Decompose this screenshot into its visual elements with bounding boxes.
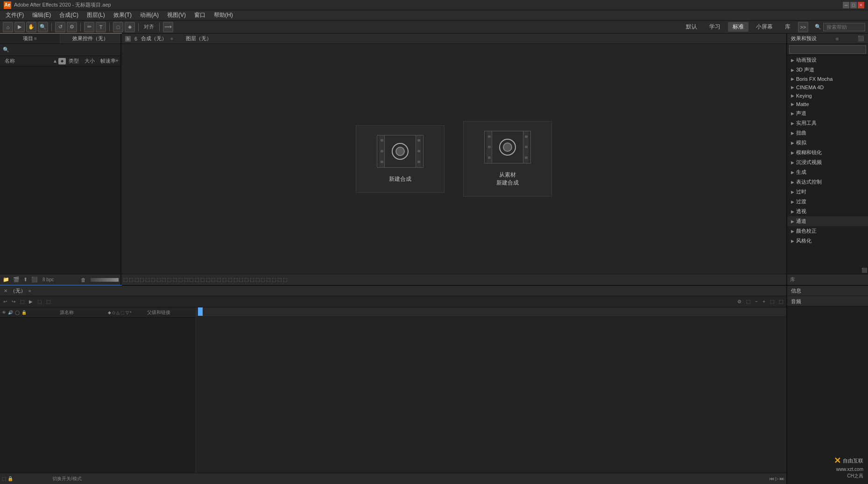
col-parent-link: 父级和链接 [147,309,194,316]
project-menu-icon[interactable]: ≡ [34,36,37,41]
text-tool[interactable]: T [96,22,106,32]
rotate-tool[interactable]: ↺ [55,22,65,32]
from-footage-card[interactable]: 从素材 新建合成 [463,121,552,197]
add-column-icon[interactable]: + [115,57,119,64]
tab-learn[interactable]: 学习 [705,22,725,32]
audio-header: 音频 [787,296,868,306]
effect-utility[interactable]: ▶ 实用工具 [787,118,868,128]
window-title: Adobe After Effects 2020 - 无标题项目.aep [14,1,843,8]
home-button[interactable]: ⌂ [3,22,13,32]
effect-keying[interactable]: ▶ Keying [787,92,868,100]
tl-redo-button[interactable]: ↪ [10,298,17,305]
new-comp-card[interactable]: 新建合成 [356,125,445,193]
menu-composition[interactable]: 合成(C) [56,10,82,20]
menu-layer[interactable]: 图层(L) [83,10,109,20]
menu-file[interactable]: 文件(F) [2,10,28,20]
zoom-tool[interactable]: 🔍 [38,22,48,32]
menu-window[interactable]: 窗口 [191,10,209,20]
align-label: 对齐 [142,23,156,30]
new-comp-button[interactable]: 🎬 [12,276,21,284]
effect-transition[interactable]: ▶ 过渡 [787,197,868,206]
film-hole-10 [525,135,528,138]
effect-color-correct[interactable]: ▶ 颜色校正 [787,226,868,236]
comp-title-main: 合成（无） [141,35,167,42]
project-tab[interactable]: 项目 ≡ [0,34,60,43]
menu-animation[interactable]: 动画(A) [136,10,162,20]
tab-small-screen[interactable]: 小屏幕 [751,22,777,32]
tl-undo-button[interactable]: ↩ [2,298,8,305]
effect-distort[interactable]: ▶ 扭曲 [787,128,868,138]
delete-button[interactable]: 🗑 [81,277,86,283]
play-btn[interactable]: ▷ [775,476,779,481]
project-search-input[interactable] [11,46,118,54]
effect-boris[interactable]: ▶ Boris FX Mocha [787,75,868,83]
mask-tool[interactable]: ◈ [125,22,135,32]
effects-search-input[interactable] [789,45,866,54]
expand-icon[interactable]: ⬛ [858,36,864,42]
effect-matte[interactable]: ▶ Matte [787,100,868,108]
timeline-close-icon[interactable]: ✕ [4,288,7,293]
window-controls[interactable]: ─ □ ✕ [843,2,864,8]
tl-draft-3d[interactable]: ⬚ [777,298,784,305]
tl-preview-button[interactable]: ▶ [28,298,34,305]
effect-obsolete[interactable]: ▶ 过时 [787,187,868,197]
from-footage-icon [484,131,531,164]
effects-expand-btn[interactable]: ⬛ [787,267,868,274]
shape-tool[interactable]: □ [113,22,123,32]
goto-end-btn[interactable]: ⏭ [780,476,784,481]
effect-blur-sharpen[interactable]: ▶ 模糊和锐化 [787,148,868,157]
maximize-button[interactable]: □ [850,2,857,8]
timeline-ruler [196,307,786,316]
toolbar: ⌂ ▶ ✋ 🔍 ↺ ⚙ ✏ T □ ◈ 对齐 ⟿ 默认 学习 标准 小屏幕 库 … [0,21,868,34]
tl-comp-settings[interactable]: ⚙ [736,298,743,305]
search-help-input[interactable] [823,23,865,31]
effect-simulate[interactable]: ▶ 模拟 [787,138,868,148]
select-tool[interactable]: ▶ [14,22,25,32]
pen-tool[interactable]: ✏ [84,22,94,32]
effect-3d-channel[interactable]: ▶ 3D 声道 [787,65,868,75]
motion-sketch[interactable]: ⟿ [163,22,173,32]
render-button[interactable]: ⬛ [30,276,39,284]
effect-cinema4d[interactable]: ▶ CINEMA 4D [787,83,868,92]
effect-perspective[interactable]: ▶ 透视 [787,206,868,216]
tl-time-indicator[interactable]: ⬚ [745,298,752,305]
film-hole-7 [488,135,491,138]
tl-zoom-in[interactable]: + [761,298,767,305]
effects-title: 效果和预设 [791,35,817,42]
menu-effects[interactable]: 效果(T) [110,10,135,20]
close-button[interactable]: ✕ [858,2,864,8]
tl-more-button[interactable]: ⬚ [45,298,52,305]
comp-header-label: 6 [134,36,137,42]
top-section: 项目 ≡ 效果控件（无） 🔍 名称 ▲ ◆ 类型 大小 帧速率 + [0,34,868,286]
time-controls: ⏮ ▷ ⏭ [769,476,784,481]
goto-start-btn[interactable]: ⏮ [769,476,774,481]
tab-standard[interactable]: 标准 [728,22,748,32]
effects-menu-icon[interactable]: ≡ [836,36,839,42]
more-tabs-button[interactable]: >> [798,22,808,32]
effect-channel[interactable]: ▶ 声道 [787,108,868,118]
timeline-title: （无） [10,287,26,294]
tl-motion-blur[interactable]: ⬚ [769,298,776,305]
menu-edit[interactable]: 编辑(E) [28,10,55,20]
effect-expression-control[interactable]: ▶ 表达式控制 [787,177,868,187]
minimize-button[interactable]: ─ [843,2,849,8]
menu-help[interactable]: 帮助(H) [210,10,237,20]
effect-immersive[interactable]: ▶ 沉浸式视频 [787,157,868,167]
info-header: 信息 [787,286,868,296]
effect-stylize[interactable]: ▶ 风格化 [787,236,868,246]
tl-render-button[interactable]: ⬚ [19,298,26,305]
new-folder-button[interactable]: 📁 [2,276,10,284]
camera-tool[interactable]: ⚙ [67,22,77,32]
import-button[interactable]: ⬆ [22,276,28,284]
menu-view[interactable]: 视图(V) [163,10,190,20]
hand-tool[interactable]: ✋ [26,22,36,32]
effect-generate[interactable]: ▶ 生成 [787,167,868,177]
effects-control-tab[interactable]: 效果控件（无） [60,34,120,43]
tab-library[interactable]: 库 [780,22,795,32]
effect-channel-2[interactable]: ▶ 通道 [787,216,868,226]
effect-animation-presets[interactable]: ▶ 动画预设 [787,55,868,65]
tl-cache-button[interactable]: ⬚ [36,298,43,305]
timeline-menu-icon[interactable]: ≡ [28,289,31,293]
tab-default[interactable]: 默认 [681,22,702,32]
tl-zoom-out[interactable]: − [754,298,759,305]
